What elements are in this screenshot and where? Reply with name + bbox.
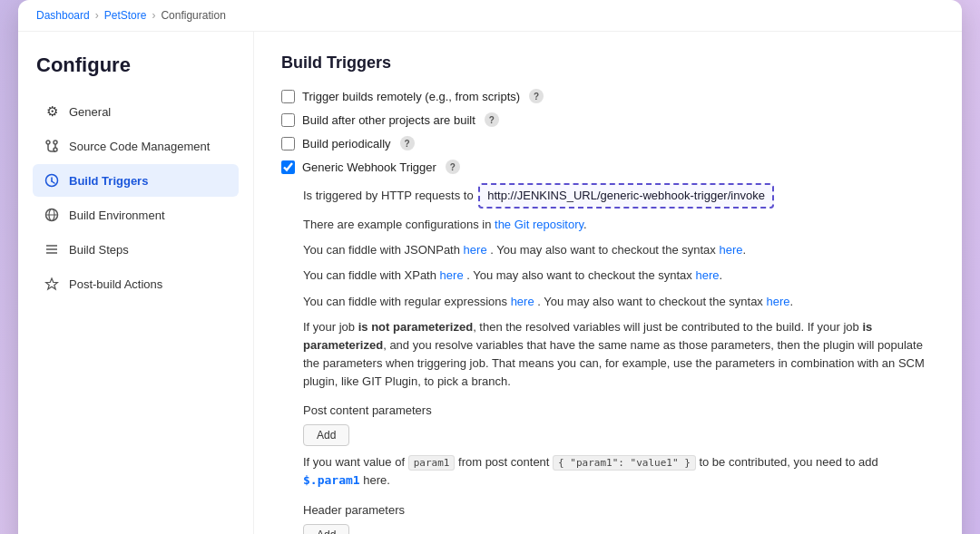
sidebar-title: Configure [33, 53, 239, 77]
xpath-period: . [720, 268, 723, 282]
breadcrumb-petstore[interactable]: PetStore [104, 9, 147, 22]
trigger-item-remote: Trigger builds remotely (e.g., from scri… [281, 89, 935, 103]
trigger-item-periodic: Build periodically ? [281, 136, 935, 150]
post-param-info1: If you want value of [303, 455, 405, 469]
header-params-label: Header parameters [303, 503, 935, 517]
xpath-line: You can fiddle with XPath here . You may… [303, 267, 935, 285]
breadcrumb-sep2: › [152, 9, 155, 22]
sidebar-label-post-build: Post-build Actions [69, 277, 162, 291]
post-content-section: Post content parameters Add If you want … [303, 403, 935, 490]
regex-here2-link[interactable]: here [767, 295, 790, 308]
trigger-periodic-help-icon[interactable]: ? [400, 136, 415, 150]
sidebar-item-build-environment[interactable]: Build Environment [33, 199, 239, 231]
param-info-line: If your job is not parameterized, then t… [303, 318, 935, 392]
sidebar-item-general[interactable]: ⚙ General [33, 95, 239, 128]
main-window: Dashboard › PetStore › Configuration Con… [18, 0, 962, 534]
sidebar-label-build-environment: Build Environment [69, 209, 165, 222]
trigger-webhook-help-icon[interactable]: ? [446, 160, 460, 174]
sidebar-item-build-steps[interactable]: Build Steps [33, 233, 239, 266]
xpath-here1-link[interactable]: here [440, 268, 464, 282]
breadcrumb-sep1: › [95, 9, 99, 22]
post-param-info3: to be contributed, you need to add [699, 455, 877, 469]
regex-line: You can fiddle with regular expressions … [303, 293, 935, 311]
jsonpath-here1-link[interactable]: here [464, 243, 487, 257]
jsonpath-line: You can fiddle with JSONPath here . You … [303, 241, 935, 259]
post-param-name: param1 [408, 455, 456, 471]
webhook-url-prefix: Is triggered by HTTP requests to [303, 189, 474, 202]
svg-line-7 [52, 181, 54, 183]
sidebar-label-build-steps: Build Steps [69, 243, 129, 257]
gear-icon: ⚙ [44, 103, 60, 120]
trigger-after-label: Build after other projects are built [302, 113, 475, 127]
jsonpath-text1: You can fiddle with JSONPath [303, 243, 460, 257]
breadcrumb-current: Configuration [161, 9, 225, 22]
star-icon [44, 276, 60, 292]
list-icon [44, 241, 60, 257]
regex-period: . [790, 295, 794, 308]
breadcrumb-dashboard[interactable]: Dashboard [36, 9, 90, 22]
post-content-info: If you want value of param1 from post co… [303, 453, 935, 490]
section-title: Build Triggers [281, 53, 935, 73]
webhook-url-line: Is triggered by HTTP requests to http://… [303, 183, 935, 209]
trigger-webhook-checkbox[interactable] [281, 160, 295, 174]
param-info-bold1: is not parameterized [358, 320, 473, 334]
svg-point-0 [46, 141, 50, 144]
svg-marker-14 [46, 278, 58, 289]
clock-icon [44, 172, 60, 189]
sidebar: Configure ⚙ General Source Code Mana [18, 32, 254, 534]
jsonpath-period: . [743, 243, 747, 257]
breadcrumb: Dashboard › PetStore › Configuration [18, 0, 962, 32]
xpath-text1: You can fiddle with XPath [303, 268, 436, 282]
sidebar-item-source-code[interactable]: Source Code Management [33, 130, 239, 162]
header-params-section: Header parameters Add [303, 503, 935, 534]
trigger-item-webhook: Generic Webhook Trigger ? [281, 160, 935, 174]
git-repo-line: There are example configurations in the … [303, 216, 935, 234]
sidebar-item-post-build[interactable]: Post-build Actions [33, 267, 239, 300]
trigger-after-help-icon[interactable]: ? [485, 112, 499, 127]
sidebar-item-build-triggers[interactable]: Build Triggers [33, 164, 239, 197]
regex-here1-link[interactable]: here [511, 295, 534, 308]
trigger-periodic-checkbox[interactable] [281, 137, 295, 150]
content-area: Build Triggers Trigger builds remotely (… [254, 32, 962, 534]
trigger-remote-label: Trigger builds remotely (e.g., from scri… [302, 90, 520, 103]
post-content-label: Post content parameters [303, 403, 935, 417]
trigger-item-after: Build after other projects are built ? [281, 112, 935, 127]
trigger-remote-checkbox[interactable] [281, 90, 295, 103]
trigger-remote-help-icon[interactable]: ? [529, 89, 544, 103]
post-content-add-button[interactable]: Add [303, 424, 349, 446]
git-repo-text: There are example configurations in [303, 218, 491, 231]
trigger-after-checkbox[interactable] [281, 113, 295, 127]
jsonpath-here2-link[interactable]: here [719, 243, 742, 257]
trigger-webhook-label: Generic Webhook Trigger [302, 160, 436, 174]
sidebar-label-general: General [69, 105, 111, 119]
jsonpath-text2: . You may also want to checkout the synt… [490, 243, 716, 257]
sidebar-label-source-code: Source Code Management [69, 140, 210, 153]
xpath-text2: . You may also want to checkout the synt… [466, 268, 692, 282]
git-repo-suffix: . [583, 218, 587, 231]
git-repo-link[interactable]: the Git repository [495, 218, 583, 231]
webhook-section: Is triggered by HTTP requests to http://… [303, 183, 935, 534]
post-param-info4: here. [363, 473, 390, 487]
xpath-here2-link[interactable]: here [695, 268, 719, 282]
regex-text2: . You may also want to checkout the synt… [537, 295, 763, 308]
branch-icon [44, 138, 60, 154]
trigger-periodic-label: Build periodically [302, 137, 391, 150]
sidebar-label-build-triggers: Build Triggers [69, 174, 148, 188]
svg-point-2 [54, 141, 57, 144]
post-param-dollar: $.param1 [303, 473, 360, 487]
post-param-json: { "param1": "value1" } [553, 455, 696, 471]
post-param-info2: from post content [458, 455, 553, 469]
webhook-url-box: http://JENKINS_URL/generic-webhook-trigg… [478, 183, 774, 209]
main-layout: Configure ⚙ General Source Code Mana [18, 32, 962, 534]
header-params-add-button[interactable]: Add [303, 524, 349, 534]
globe-icon [44, 207, 60, 223]
regex-text1: You can fiddle with regular expressions [303, 295, 507, 308]
